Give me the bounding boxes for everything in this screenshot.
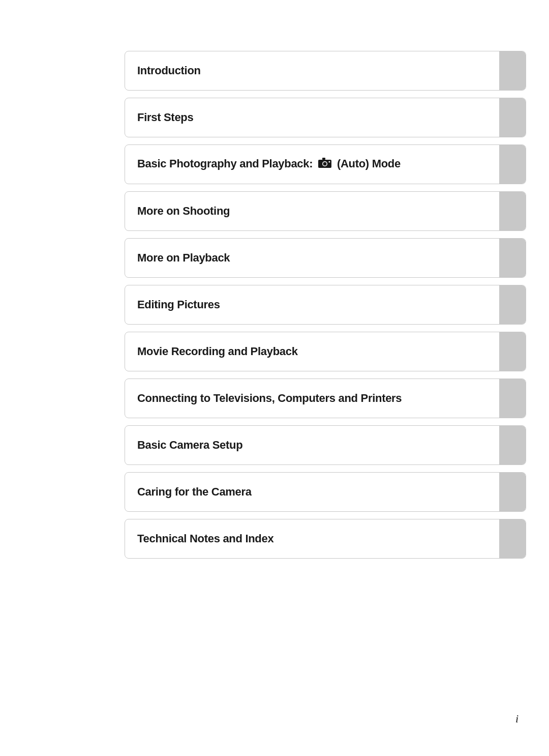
toc-item-more-on-playback[interactable]: More on Playback xyxy=(125,238,526,278)
toc-item-caring-for-camera[interactable]: Caring for the Camera xyxy=(125,472,526,512)
toc-item-movie-recording[interactable]: Movie Recording and Playback xyxy=(125,332,526,371)
toc-tab xyxy=(499,98,526,137)
toc-tab xyxy=(499,192,526,230)
svg-point-4 xyxy=(329,161,330,163)
toc-item-label: More on Playback xyxy=(137,251,230,265)
toc-tab xyxy=(499,145,526,184)
toc-item-content: More on Shooting xyxy=(125,192,499,230)
toc-item-content: Caring for the Camera xyxy=(125,473,499,511)
toc-item-label: Editing Pictures xyxy=(137,298,220,311)
svg-point-2 xyxy=(323,162,327,166)
svg-rect-3 xyxy=(322,158,325,160)
toc-item-content: More on Playback xyxy=(125,239,499,277)
toc-item-label: Basic Photography and Playback: (Auto) M… xyxy=(137,157,401,171)
toc-item-content: Editing Pictures xyxy=(125,285,499,324)
toc-item-content: Basic Photography and Playback: (Auto) M… xyxy=(125,145,499,184)
toc-item-basic-photography[interactable]: Basic Photography and Playback: (Auto) M… xyxy=(125,144,526,184)
toc-item-editing-pictures[interactable]: Editing Pictures xyxy=(125,285,526,325)
toc-item-introduction[interactable]: Introduction xyxy=(125,51,526,91)
toc-item-label: Technical Notes and Index xyxy=(137,532,273,545)
toc-item-more-on-shooting[interactable]: More on Shooting xyxy=(125,191,526,231)
toc-item-label: More on Shooting xyxy=(137,205,230,218)
toc-item-basic-camera-setup[interactable]: Basic Camera Setup xyxy=(125,425,526,465)
toc-tab xyxy=(499,285,526,324)
toc-item-content: Basic Camera Setup xyxy=(125,426,499,464)
toc-tab xyxy=(499,473,526,511)
toc-item-first-steps[interactable]: First Steps xyxy=(125,98,526,137)
toc-item-technical-notes[interactable]: Technical Notes and Index xyxy=(125,519,526,559)
toc-item-content: Connecting to Televisions, Computers and… xyxy=(125,379,499,418)
toc-tab xyxy=(499,426,526,464)
toc-tab xyxy=(499,51,526,90)
toc-item-label: Caring for the Camera xyxy=(137,485,252,499)
basic-photography-text: Basic Photography and Playback: xyxy=(137,157,313,170)
toc-tab xyxy=(499,379,526,418)
toc-item-content: First Steps xyxy=(125,98,499,137)
toc-item-label: Movie Recording and Playback xyxy=(137,345,298,358)
toc-item-content: Technical Notes and Index xyxy=(125,519,499,558)
toc-tab xyxy=(499,239,526,277)
toc-list: Introduction First Steps Basic Photograp… xyxy=(125,51,526,566)
toc-item-content: Movie Recording and Playback xyxy=(125,332,499,371)
camera-icon xyxy=(318,157,332,171)
toc-item-label: Introduction xyxy=(137,64,201,77)
page-container: Introduction First Steps Basic Photograp… xyxy=(0,0,549,756)
toc-item-label: Connecting to Televisions, Computers and… xyxy=(137,392,402,405)
toc-item-label: First Steps xyxy=(137,111,193,124)
page-number: i xyxy=(515,712,518,725)
toc-tab xyxy=(499,519,526,558)
toc-item-connecting[interactable]: Connecting to Televisions, Computers and… xyxy=(125,379,526,418)
toc-item-label: Basic Camera Setup xyxy=(137,439,242,452)
toc-tab xyxy=(499,332,526,371)
basic-photography-suffix: (Auto) Mode xyxy=(337,157,401,170)
toc-item-content: Introduction xyxy=(125,51,499,90)
